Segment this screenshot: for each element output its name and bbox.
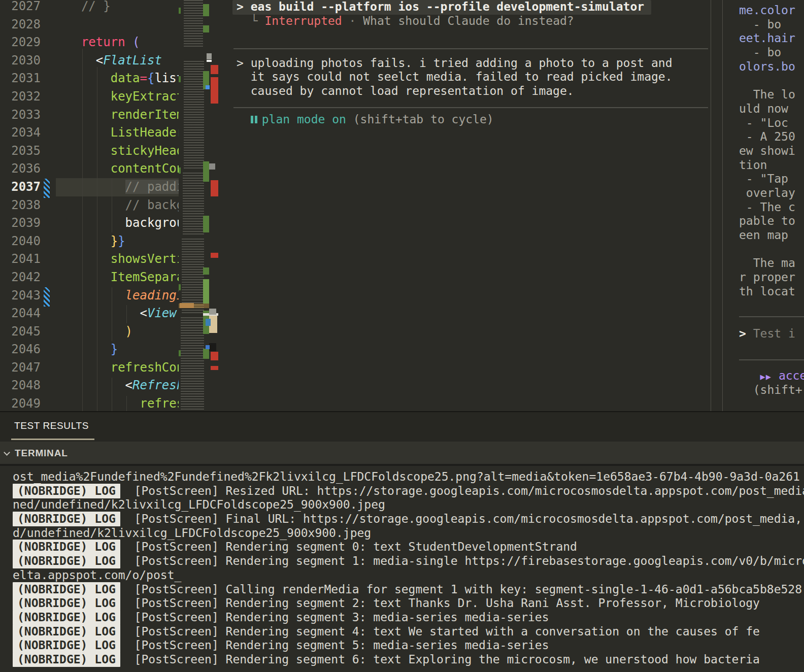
code-line: }} xyxy=(56,232,179,251)
minimap-mark xyxy=(211,180,218,196)
terminal-output[interactable]: ost_media%2Fundefined%2Fundefined%2Fk2li… xyxy=(0,466,804,672)
line-number: 2033 xyxy=(0,106,53,124)
right-terminal-pane[interactable]: me.color - boeet.hair - boolors.bo The l… xyxy=(723,0,804,411)
code-line: refreshControl= xyxy=(56,359,179,377)
terminal-line: (NOBRIDGE) LOG [PostScreen] Rendering se… xyxy=(13,540,804,554)
right-pane-line xyxy=(739,313,804,327)
terminal-line: (NOBRIDGE) LOG [PostScreen] Calling rend… xyxy=(13,583,804,597)
code-line: data={listData} xyxy=(56,70,179,88)
editor-minimap[interactable] xyxy=(179,0,222,411)
minimap-mark xyxy=(179,350,181,356)
line-number: 2041 xyxy=(0,250,53,268)
terminal-line: (NOBRIDGE) LOG [PostScreen] Rendering se… xyxy=(13,596,804,611)
right-pane-line xyxy=(739,341,804,355)
minimap-mark xyxy=(203,349,209,359)
code-line: } xyxy=(56,341,179,359)
code-line: refreshing xyxy=(56,395,179,411)
right-pane-line xyxy=(739,243,804,257)
code-line: contentContainerStyle xyxy=(56,160,179,178)
terminal-line: ned/undefined/k2livxilcg_LFDCFoldscope25… xyxy=(13,498,804,512)
code-line: <FlatList xyxy=(56,52,179,70)
panel-tab-bar: TEST RESULTS xyxy=(0,412,804,442)
indent-guide xyxy=(97,67,97,411)
active-tab-indicator xyxy=(11,439,94,440)
minimap-mark xyxy=(203,161,209,182)
terminal-section-label: TERMINAL xyxy=(15,442,68,464)
pane-border[interactable] xyxy=(711,0,711,411)
code-line: stickyHeaderIndices xyxy=(56,142,179,160)
claude-terminal-pane[interactable]: > eas build --platform ios --profile dev… xyxy=(222,0,711,411)
minimap-mark xyxy=(207,60,212,62)
minimap-mark xyxy=(211,352,218,360)
indent-guide xyxy=(112,287,112,341)
line-number: 2039 xyxy=(0,214,53,232)
claude-line: > eas build --platform ios --profile dev… xyxy=(237,0,711,14)
line-number: 2036 xyxy=(0,160,53,178)
code-line: ) xyxy=(56,323,179,341)
minimap-mark xyxy=(179,167,181,174)
right-pane-line: pable to xyxy=(739,214,804,228)
minimap-text xyxy=(184,61,204,170)
right-pane-line: - The c xyxy=(739,200,804,215)
code-line: <View xyxy=(56,305,179,323)
right-pane-line: th locat xyxy=(739,285,804,299)
line-number: 2048 xyxy=(0,377,53,395)
editor-code-area[interactable]: // } return ( <FlatList data={listData} … xyxy=(56,0,179,411)
right-pane-line: olors.bo xyxy=(739,60,804,74)
terminal-line: (NOBRIDGE) LOG [PostScreen] Final URL: h… xyxy=(13,512,804,526)
terminal-section-header[interactable]: TERMINAL xyxy=(0,442,804,464)
indent-guide xyxy=(82,49,83,411)
code-line: // } xyxy=(56,0,179,16)
line-number: 2043 xyxy=(0,287,53,305)
right-pane-line: The lo xyxy=(739,88,804,102)
code-line: ItemSeparatorComponent xyxy=(56,268,179,287)
claude-line: it says could not seelct media. failed t… xyxy=(237,70,711,84)
line-number: 2038 xyxy=(0,196,53,215)
minimap-text xyxy=(181,317,204,411)
terminal-line: (NOBRIDGE) LOG [PostScreen] Rendering se… xyxy=(13,653,804,667)
terminal-line: (NOBRIDGE) LOG [PostScreen] Rendering se… xyxy=(13,611,804,625)
code-line: backgroundColor xyxy=(56,214,179,232)
line-number: 2032 xyxy=(0,88,53,106)
minimap-mark xyxy=(209,309,216,315)
minimap-mark xyxy=(206,85,210,89)
minimap-text xyxy=(184,0,203,48)
divider xyxy=(233,107,708,108)
right-pane-line: r proper xyxy=(739,271,804,285)
line-number: 2035 xyxy=(0,142,53,160)
indent-guide xyxy=(112,378,112,411)
minimap-text xyxy=(183,173,204,236)
divider xyxy=(739,316,804,317)
claude-line xyxy=(237,98,711,113)
line-number: 2037 xyxy=(0,178,53,196)
minimap-mark xyxy=(209,335,215,340)
code-line: // backgroundColor xyxy=(56,196,179,215)
line-number: 2030 xyxy=(0,52,53,70)
code-line: renderItem= xyxy=(56,106,179,124)
editor-gutter: 2027202820292030203120322033203420352036… xyxy=(0,0,53,411)
claude-line: └ Interrupted · What should Claude do in… xyxy=(237,14,711,28)
modified-line-indicator xyxy=(44,179,50,198)
minimap-mark xyxy=(203,279,209,304)
chevron-down-icon[interactable] xyxy=(4,449,10,456)
minimap-mark xyxy=(203,267,209,275)
right-pane-line xyxy=(739,298,804,313)
minimap-mark xyxy=(211,366,218,370)
line-number: 2049 xyxy=(0,395,53,411)
line-number: 2046 xyxy=(0,341,53,359)
tab-test-results[interactable]: TEST RESULTS xyxy=(14,420,89,431)
code-line: return ( xyxy=(56,33,179,52)
minimap-mark xyxy=(209,163,215,170)
minimap-mark xyxy=(206,319,211,326)
minimap-mark xyxy=(211,253,218,258)
minimap-mark xyxy=(179,76,181,82)
ide-window: 2027202820292030203120322033203420352036… xyxy=(0,0,804,672)
claude-line: plan mode on (shift+tab to cycle) xyxy=(237,113,711,127)
line-number: 2040 xyxy=(0,232,53,251)
line-number: 2044 xyxy=(0,305,53,323)
minimap-mark xyxy=(209,343,216,351)
pause-icon xyxy=(251,116,257,123)
right-pane-line: The ma xyxy=(739,256,804,271)
right-pane-line: - bo xyxy=(739,46,804,60)
terminal-line: (NOBRIDGE) LOG [PostScreen] Resized URL:… xyxy=(13,484,804,498)
